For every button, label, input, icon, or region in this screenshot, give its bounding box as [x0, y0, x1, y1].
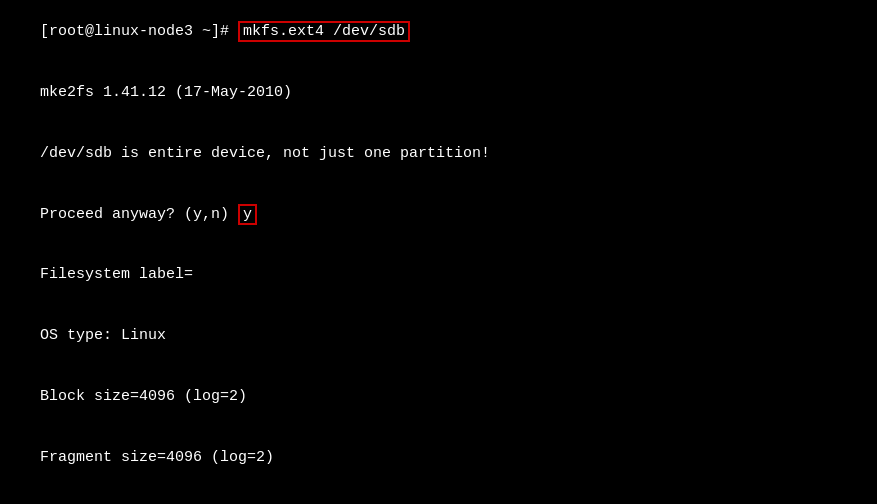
line-text: mke2fs 1.41.12 (17-May-2010) [40, 84, 292, 101]
terminal-line-1: [root@linux-node3 ~]# mkfs.ext4 /dev/sdb [4, 2, 873, 63]
terminal-line-3: /dev/sdb is entire device, not just one … [4, 124, 873, 185]
terminal-line-8: Fragment size=4096 (log=2) [4, 427, 873, 488]
terminal-line-6: OS type: Linux [4, 306, 873, 367]
terminal-line-2: mke2fs 1.41.12 (17-May-2010) [4, 63, 873, 124]
terminal-line-5: Filesystem label= [4, 245, 873, 306]
prompt-text: [root@linux-node3 ~]# [40, 23, 238, 40]
line-text: Filesystem label= [40, 266, 193, 283]
terminal: [root@linux-node3 ~]# mkfs.ext4 /dev/sdb… [0, 0, 877, 504]
terminal-line-7: Block size=4096 (log=2) [4, 367, 873, 428]
command-box: mkfs.ext4 /dev/sdb [238, 21, 410, 42]
terminal-line-4: Proceed anyway? (y,n) y [4, 184, 873, 245]
line-text: Block size=4096 (log=2) [40, 388, 247, 405]
line-text: OS type: Linux [40, 327, 166, 344]
line-text: Fragment size=4096 (log=2) [40, 449, 274, 466]
line-text: /dev/sdb is entire device, not just one … [40, 145, 490, 162]
terminal-line-9: Stride=0 blocks, Stripe width=0 blocks [4, 488, 873, 504]
answer-box: y [238, 204, 257, 225]
line-text: Proceed anyway? (y,n) [40, 206, 238, 223]
